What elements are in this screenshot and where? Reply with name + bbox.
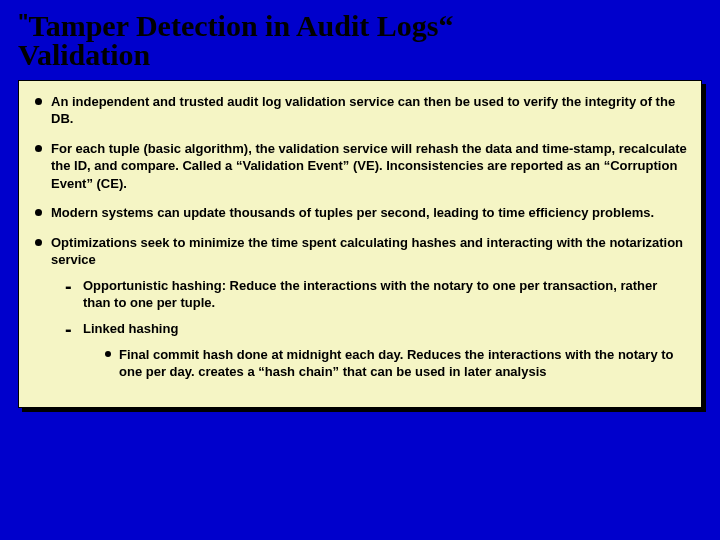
title-line-1: "Tamper Detection in Audit Logs“ [18,10,702,42]
bullet-text-bold: independent and trusted audit log valida… [72,94,394,109]
bullet-item: For each tuple (basic algorithm), the va… [33,140,687,193]
bullet-text: An [51,94,72,109]
sub-bullet-item: Linked hashing Final commit hash done at… [63,320,687,381]
title-line-2: Validation [18,40,702,70]
content-box: An independent and trusted audit log val… [18,80,702,408]
slide-title: "Tamper Detection in Audit Logs“ Validat… [18,10,702,70]
subsub-bullet-list: Final commit hash done at midnight each … [83,346,687,381]
bullet-item: An independent and trusted audit log val… [33,93,687,128]
subsub-bullet-item: Final commit hash done at midnight each … [105,346,687,381]
bullet-item: Modern systems can update thousands of t… [33,204,687,222]
open-quote: " [18,9,28,34]
bullet-list: An independent and trusted audit log val… [33,93,687,381]
bullet-text: Optimizations seek to minimize the time … [51,235,683,268]
bullet-item: Optimizations seek to minimize the time … [33,234,687,381]
sub-bullet-list: Opportunistic hashing: Reduce the intera… [51,277,687,381]
sub-bullet-item: Opportunistic hashing: Reduce the intera… [63,277,687,312]
sub-bullet-text: Linked hashing [83,321,178,336]
